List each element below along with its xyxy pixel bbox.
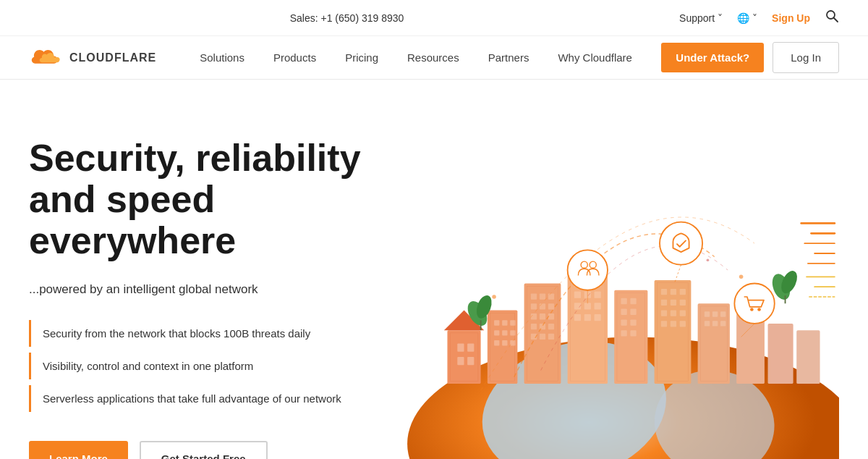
svg-point-90 [568, 250, 608, 290]
svg-rect-78 [698, 303, 730, 384]
nav-solutions[interactable]: Solutions [185, 36, 259, 80]
logo[interactable]: CLOUDFLARE [29, 48, 156, 68]
svg-point-111 [778, 269, 801, 296]
svg-rect-85 [720, 321, 726, 326]
svg-rect-29 [540, 303, 545, 309]
svg-rect-34 [531, 324, 537, 329]
svg-rect-50 [595, 303, 601, 309]
svg-rect-77 [680, 321, 686, 327]
svg-rect-16 [510, 320, 515, 325]
svg-rect-18 [502, 330, 507, 335]
svg-rect-28 [531, 303, 537, 309]
nav-items: Solutions Products Pricing Resources Par… [185, 36, 661, 80]
support-chevron-icon: ˅ [718, 12, 723, 24]
get-started-button[interactable]: Get Started Free [140, 441, 268, 459]
svg-rect-31 [531, 313, 537, 319]
main-nav: CLOUDFLARE Solutions Products Pricing Re… [0, 36, 868, 80]
svg-rect-73 [671, 310, 676, 316]
globe-chevron-icon: ˅ [752, 12, 757, 24]
svg-point-4 [646, 361, 783, 459]
svg-rect-87 [768, 324, 793, 384]
svg-rect-82 [720, 311, 726, 316]
svg-rect-88 [796, 330, 820, 384]
logo-text: CLOUDFLARE [69, 51, 156, 64]
svg-point-89 [660, 222, 702, 265]
svg-rect-9 [457, 357, 464, 365]
svg-rect-66 [661, 289, 667, 295]
nav-partners[interactable]: Partners [474, 36, 544, 80]
hero-bullet-2: Visibility, control and context in one p… [29, 353, 376, 379]
hero-bullet-1: Security from the network that blocks 10… [29, 320, 376, 347]
svg-rect-56 [621, 298, 626, 304]
nav-pricing[interactable]: Pricing [331, 36, 393, 80]
hero-content: Security, reliability and speed everywhe… [29, 123, 376, 459]
svg-rect-46 [584, 292, 591, 298]
support-label: Support [679, 12, 715, 24]
svg-rect-71 [680, 300, 686, 306]
hero-illustration-svg [376, 123, 839, 459]
svg-rect-58 [621, 309, 626, 315]
svg-rect-17 [494, 330, 499, 335]
svg-rect-19 [510, 330, 515, 335]
svg-rect-43 [584, 280, 591, 287]
svg-line-1 [834, 18, 838, 22]
svg-rect-49 [584, 303, 591, 309]
svg-rect-30 [548, 303, 554, 309]
login-button[interactable]: Log In [773, 42, 839, 73]
nav-why-cloudflare[interactable]: Why Cloudflare [543, 36, 647, 80]
svg-point-115 [707, 258, 710, 261]
svg-point-94 [750, 308, 754, 311]
support-menu[interactable]: Support ˅ [679, 12, 723, 24]
svg-rect-38 [540, 334, 545, 340]
svg-rect-14 [494, 320, 499, 325]
svg-marker-11 [444, 310, 484, 330]
cloudflare-logo-icon [29, 48, 64, 68]
svg-rect-45 [574, 292, 581, 298]
svg-rect-69 [661, 300, 667, 306]
svg-rect-33 [548, 313, 554, 319]
svg-rect-51 [574, 314, 581, 321]
svg-rect-35 [540, 324, 545, 329]
svg-rect-86 [736, 313, 765, 384]
svg-rect-8 [467, 344, 474, 352]
svg-rect-32 [540, 313, 545, 319]
svg-rect-25 [531, 293, 537, 299]
svg-point-114 [739, 275, 744, 279]
svg-rect-81 [712, 311, 718, 316]
svg-rect-40 [568, 270, 608, 384]
svg-rect-13 [490, 313, 515, 381]
svg-rect-83 [705, 321, 710, 326]
svg-rect-10 [467, 357, 474, 365]
svg-rect-21 [502, 340, 507, 345]
svg-rect-57 [630, 298, 636, 304]
language-selector[interactable]: 🌐 ˅ [737, 12, 757, 24]
svg-rect-63 [630, 330, 636, 336]
svg-rect-15 [502, 320, 507, 325]
nav-products[interactable]: Products [259, 36, 331, 80]
svg-rect-7 [457, 344, 464, 352]
svg-rect-79 [700, 306, 727, 381]
nav-resources[interactable]: Resources [393, 36, 474, 80]
svg-point-108 [474, 293, 495, 321]
signup-link[interactable]: Sign Up [772, 12, 810, 24]
svg-rect-70 [671, 300, 676, 306]
svg-rect-74 [680, 310, 686, 316]
learn-more-button[interactable]: Learn More [29, 441, 128, 459]
svg-point-91 [581, 261, 587, 268]
top-bar-right: Support ˅ 🌐 ˅ Sign Up [679, 9, 839, 27]
nav-right: Under Attack? Log In [661, 42, 839, 73]
top-bar: Sales: +1 (650) 319 8930 Support ˅ 🌐 ˅ S… [0, 0, 868, 36]
hero-bullets: Security from the network that blocks 10… [29, 320, 376, 412]
svg-rect-65 [657, 283, 688, 382]
search-icon[interactable] [825, 9, 839, 27]
under-attack-button[interactable]: Under Attack? [661, 43, 764, 72]
hero-subtitle: ...powered by an intelligent global netw… [29, 282, 376, 297]
svg-point-107 [464, 298, 491, 329]
svg-rect-22 [510, 340, 515, 345]
svg-point-95 [757, 308, 761, 311]
svg-rect-75 [661, 321, 667, 327]
svg-rect-23 [524, 284, 561, 384]
svg-point-113 [492, 295, 496, 299]
svg-rect-42 [574, 280, 581, 287]
svg-rect-39 [548, 334, 554, 340]
